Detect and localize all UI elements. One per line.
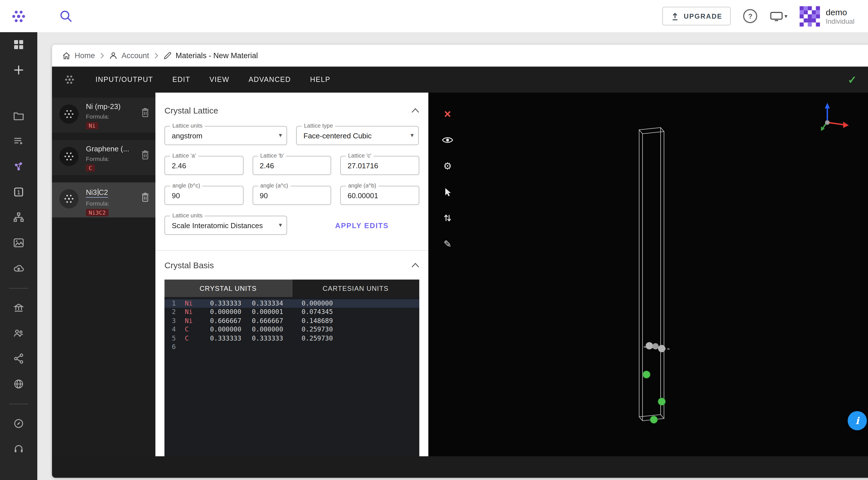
menu-advanced[interactable]: ADVANCED xyxy=(239,67,301,93)
collapse-chevron-icon[interactable] xyxy=(411,108,419,113)
editor-card: Home Account Materials - New Material xyxy=(52,45,868,478)
basis-row[interactable]: 4C0.0000000.0000000.259730 xyxy=(164,325,419,334)
visibility-icon[interactable] xyxy=(441,133,454,147)
swap-vertical-icon[interactable] xyxy=(441,211,454,225)
crystal-scene xyxy=(428,93,868,456)
close-icon[interactable]: × xyxy=(441,107,454,121)
upgrade-button[interactable]: UPGRADE xyxy=(662,7,731,25)
basis-units-tabs: CRYSTAL UNITS CARTESIAN UNITS xyxy=(164,279,419,297)
globe-icon[interactable] xyxy=(12,377,25,391)
material-list-item[interactable]: Graphene (... Formula: C xyxy=(52,140,155,175)
chevron-right-icon xyxy=(154,52,158,59)
lattice-c-input[interactable]: Lattice 'c' 27.01716 xyxy=(340,156,419,175)
app-sidebar: 1 xyxy=(0,32,37,480)
menu-input-output[interactable]: INPUT/OUTPUT xyxy=(86,67,163,93)
edit-pencil-icon[interactable]: ✎ xyxy=(441,237,454,251)
hierarchy-icon[interactable] xyxy=(12,211,25,224)
compass-icon[interactable] xyxy=(12,417,25,430)
molecule-icon[interactable] xyxy=(12,160,25,173)
material-info: Graphene (... Formula: C xyxy=(86,144,129,172)
material-name: Ni (mp-23) xyxy=(86,102,121,111)
info-button[interactable]: i xyxy=(848,411,867,430)
basis-code-editor[interactable]: 1Ni0.3333330.3333340.000000 2Ni0.0000000… xyxy=(164,297,419,456)
card-bottom-strip xyxy=(52,456,868,478)
crystal-basis-header: Crystal Basis xyxy=(164,260,419,270)
material-name-edit-field[interactable]: Ni3C2 xyxy=(86,188,108,198)
support-icon[interactable] xyxy=(12,442,25,456)
user-plan: Individual xyxy=(826,17,855,25)
basis-row[interactable]: 3Ni0.6666670.6666670.148689 xyxy=(164,317,419,325)
ni-atoms xyxy=(646,342,665,352)
bank-icon[interactable] xyxy=(12,301,25,314)
basis-row[interactable]: 1Ni0.3333330.3333340.000000 xyxy=(164,299,419,308)
formula-chip: Ni3C2 xyxy=(86,209,108,216)
trash-icon[interactable] xyxy=(140,107,150,118)
crystal-form-panel: Crystal Lattice Lattice units angstrom ▾… xyxy=(155,93,428,456)
search-icon[interactable] xyxy=(59,9,73,24)
viewer-toolbar: × ⚙ ✎ xyxy=(441,107,454,251)
structure-viewer[interactable]: × ⚙ ✎ xyxy=(428,93,868,456)
material-info: Ni3C2 Formula: Ni3C2 xyxy=(86,187,110,217)
menu-help[interactable]: HELP xyxy=(301,67,340,93)
basis-row[interactable]: 5C0.3333330.3333330.259730 xyxy=(164,334,419,343)
sidebar-divider xyxy=(9,404,28,404)
tab-cartesian-units[interactable]: CARTESIAN UNITS xyxy=(292,279,419,297)
upgrade-label: UPGRADE xyxy=(684,12,722,20)
dashboard-icon[interactable] xyxy=(12,38,25,52)
add-icon[interactable] xyxy=(12,63,25,77)
angle-ac-input[interactable]: angle (a^c) 90 xyxy=(252,186,331,205)
molecule-circle-icon xyxy=(59,188,79,209)
brand-logo-icon[interactable] xyxy=(11,9,26,24)
materials-list: Ni (mp-23) Formula: Ni Graphene (... xyxy=(52,93,155,456)
settings-icon[interactable]: ⚙ xyxy=(441,159,454,173)
material-list-item[interactable]: Ni (mp-23) Formula: Ni xyxy=(52,98,155,133)
lattice-units-select[interactable]: Lattice units angstrom ▾ xyxy=(164,126,287,145)
cloud-upload-icon[interactable] xyxy=(12,262,25,275)
dropdown-caret-icon: ▾ xyxy=(279,132,282,139)
folder-icon[interactable] xyxy=(12,109,25,123)
trash-icon[interactable] xyxy=(140,192,150,203)
editor-content: Ni (mp-23) Formula: Ni Graphene (... xyxy=(52,93,868,456)
breadcrumb: Home Account Materials - New Material xyxy=(52,45,868,67)
user-menu[interactable]: demo Individual xyxy=(800,6,855,26)
menu-edit[interactable]: EDIT xyxy=(163,67,200,93)
chevron-right-icon xyxy=(100,52,104,59)
check-icon[interactable]: ✓ xyxy=(848,73,861,86)
angle-bc-input[interactable]: angle (b^c) 90 xyxy=(164,186,243,205)
basis-row[interactable]: 2Ni0.0000000.0000010.074345 xyxy=(164,308,419,317)
section-title: Crystal Basis xyxy=(164,260,214,270)
topbar-right-group: UPGRADE ? ▾ xyxy=(662,6,868,26)
playlist-icon[interactable] xyxy=(12,134,25,148)
crystal-lattice-header: Crystal Lattice xyxy=(164,106,419,115)
menu-view[interactable]: VIEW xyxy=(200,67,239,93)
scale-distances-select[interactable]: Lattice units Scale Interatomic Distance… xyxy=(164,216,287,235)
layer-one-icon[interactable]: 1 xyxy=(12,185,25,199)
trash-icon[interactable] xyxy=(140,149,150,160)
team-icon[interactable] xyxy=(12,327,25,340)
lattice-b-input[interactable]: Lattice 'b' 2.46 xyxy=(252,156,331,175)
sidebar-divider xyxy=(9,288,28,288)
angle-ab-input[interactable]: angle (a^b) 60.00001 xyxy=(340,186,419,205)
axes-gizmo[interactable] xyxy=(815,101,851,134)
apply-edits-button[interactable]: APPLY EDITS xyxy=(332,220,392,230)
chevron-down-icon: ▾ xyxy=(785,13,787,19)
help-icon[interactable]: ? xyxy=(743,9,757,23)
material-info: Ni (mp-23) Formula: Ni xyxy=(86,102,121,130)
tab-crystal-units[interactable]: CRYSTAL UNITS xyxy=(164,279,292,297)
lattice-type-select[interactable]: Lattice type Face-centered Cubic ▾ xyxy=(296,126,419,145)
molecule-cluster-icon xyxy=(63,73,76,86)
collapse-chevron-icon[interactable] xyxy=(411,263,419,268)
dropdown-caret-icon: ▾ xyxy=(279,221,282,229)
breadcrumb-account[interactable]: Account xyxy=(109,51,149,60)
select-cursor-icon[interactable] xyxy=(441,185,454,199)
user-info: demo Individual xyxy=(826,7,855,25)
console-icon[interactable]: ▾ xyxy=(770,10,787,22)
formula-chip: Ni xyxy=(86,122,98,129)
breadcrumb-home[interactable]: Home xyxy=(62,51,95,60)
image-icon[interactable] xyxy=(12,236,25,250)
lattice-a-input[interactable]: Lattice 'a' 2.46 xyxy=(164,156,243,175)
basis-row[interactable]: 6 xyxy=(164,343,419,351)
material-list-item-selected[interactable]: Ni3C2 Formula: Ni3C2 xyxy=(52,182,155,217)
share-icon[interactable] xyxy=(12,352,25,365)
lattice-row-units: Lattice units angstrom ▾ Lattice type Fa… xyxy=(164,126,419,145)
